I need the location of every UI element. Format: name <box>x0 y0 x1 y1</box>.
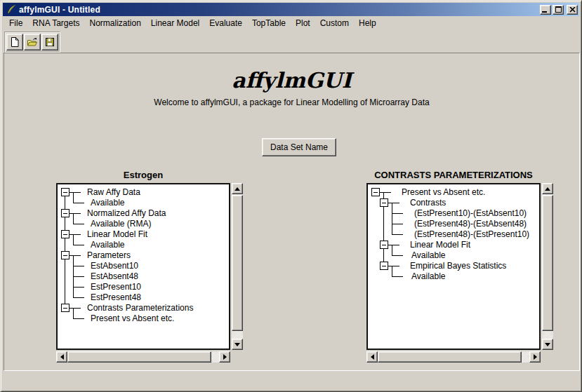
minimize-icon <box>542 11 547 13</box>
tree-toggle-icon[interactable] <box>372 189 380 196</box>
tree-node-label[interactable]: Available <box>411 250 446 260</box>
scroll-up-icon <box>545 187 550 191</box>
maximize-icon <box>555 6 562 13</box>
minimize-button[interactable] <box>540 5 551 15</box>
menu-item-toptable[interactable]: TopTable <box>247 17 291 29</box>
tree-node-label[interactable]: Raw Affy Data <box>87 187 140 197</box>
tree-node-label[interactable]: EstAbsent10 <box>91 261 138 271</box>
tree-node-label[interactable]: EstPresent48 <box>91 292 141 302</box>
horizontal-scroll-thumb[interactable] <box>67 351 211 363</box>
menu-item-help[interactable]: Help <box>354 17 381 29</box>
maximize-button[interactable] <box>553 5 564 15</box>
contrasts-panel: CONTRASTS PARAMETERIZATIONS <box>366 170 553 363</box>
window-controls <box>540 5 578 15</box>
window-title: affylmGUI - Untitled <box>19 5 100 15</box>
page-subtitle: Welcome to affylmGUI, a package for Line… <box>4 97 579 107</box>
toolbar <box>3 29 579 53</box>
scroll-down-icon <box>545 343 550 346</box>
tree-node-label[interactable]: EstPresent10 <box>91 282 141 292</box>
estrogen-horizontal-scrollbar[interactable] <box>56 351 230 363</box>
scroll-right-icon <box>223 354 227 360</box>
status-bar <box>4 371 580 389</box>
menu-item-normalization[interactable]: Normalization <box>85 17 146 29</box>
tree-node-label[interactable]: Empirical Bayes Statistics <box>410 261 506 271</box>
horizontal-scroll-thumb[interactable] <box>378 351 522 363</box>
scroll-right-icon <box>534 354 537 360</box>
save-button[interactable] <box>41 34 58 50</box>
tree-node-label[interactable]: EstAbsent48 <box>91 271 138 281</box>
scroll-left-button[interactable] <box>56 351 67 363</box>
app-window: affylmGUI - Untitled File RNA Targets No… <box>0 0 582 392</box>
tree-node-label[interactable]: Contrasts <box>410 198 446 208</box>
scroll-left-button[interactable] <box>366 351 378 363</box>
tree-node-label[interactable]: Present vs Absent etc. <box>402 187 485 197</box>
menu-item-rna-targets[interactable]: RNA Targets <box>27 17 84 29</box>
vertical-scroll-thumb[interactable] <box>232 195 243 331</box>
tree-toggle-icon[interactable] <box>62 304 70 312</box>
open-file-button[interactable] <box>24 34 41 50</box>
tree-toggle-icon[interactable] <box>381 199 388 207</box>
scroll-down-button[interactable] <box>232 339 243 350</box>
tree-toggle-icon[interactable] <box>62 210 70 217</box>
toolbar-group <box>4 32 60 53</box>
close-icon <box>569 7 576 13</box>
scroll-up-icon <box>234 187 240 191</box>
contrasts-horizontal-scrollbar[interactable] <box>366 351 541 363</box>
feather-app-icon[interactable] <box>6 4 17 15</box>
estrogen-tree[interactable]: Raw Affy Data Available Normalized Affy … <box>56 183 230 350</box>
menu-item-evaluate[interactable]: Evaluate <box>204 17 247 29</box>
menu-item-linear-model[interactable]: Linear Model <box>146 17 204 29</box>
tree-toggle-icon[interactable] <box>62 252 70 259</box>
tree-node-label[interactable]: Available (RMA) <box>91 219 151 229</box>
contrasts-vertical-scrollbar[interactable] <box>542 183 553 350</box>
tree-toggle-icon[interactable] <box>62 231 70 238</box>
tree-node-label[interactable]: (EstPresent10)-(EstAbsent10) <box>414 208 527 218</box>
tree-node-label[interactable]: Present vs Absent etc. <box>91 313 174 323</box>
contrasts-panel-header: CONTRASTS PARAMETERIZATIONS <box>366 170 541 182</box>
tree-toggle-icon[interactable] <box>381 262 388 270</box>
open-folder-icon <box>27 36 38 48</box>
tree-toggle-icon[interactable] <box>62 189 70 196</box>
title-bar[interactable]: affylmGUI - Untitled <box>3 3 579 16</box>
floppy-disk-icon <box>44 36 55 48</box>
estrogen-vertical-scrollbar[interactable] <box>232 183 243 350</box>
estrogen-panel: Estrogen <box>56 170 243 363</box>
scroll-up-button[interactable] <box>232 183 243 194</box>
tree-node-label[interactable]: Linear Model Fit <box>410 240 471 250</box>
tree-node-label[interactable]: Available <box>91 240 125 250</box>
menu-bar: File RNA Targets Normalization Linear Mo… <box>3 16 579 29</box>
tree-node-label[interactable]: Available <box>91 198 125 208</box>
tree-node-label[interactable]: Normalized Affy Data <box>87 208 166 218</box>
estrogen-panel-header: Estrogen <box>56 170 230 182</box>
contrasts-tree[interactable]: Present vs Absent etc. Contrasts (EstPre… <box>366 183 541 350</box>
vertical-scroll-thumb[interactable] <box>542 195 553 331</box>
scroll-right-button[interactable] <box>529 351 541 363</box>
new-document-icon <box>9 36 20 48</box>
scroll-down-button[interactable] <box>542 339 553 350</box>
menu-item-file[interactable]: File <box>4 17 27 29</box>
new-file-button[interactable] <box>6 34 23 50</box>
tree-toggle-icon[interactable] <box>381 241 388 249</box>
page-title: affylmGUI <box>4 68 579 93</box>
scroll-left-icon <box>371 354 374 360</box>
menu-item-custom[interactable]: Custom <box>315 17 354 29</box>
scroll-left-icon <box>60 354 64 360</box>
tree-node-label[interactable]: (EstPresent48)-(EstPresent10) <box>414 229 529 239</box>
tree-node-label[interactable]: Available <box>411 271 446 281</box>
tree-node-label[interactable]: Contrasts Parameterizations <box>87 303 193 313</box>
close-button[interactable] <box>567 5 578 15</box>
tree-node-label[interactable]: Linear Model Fit <box>87 229 148 239</box>
data-set-name-button[interactable]: Data Set Name <box>262 138 336 156</box>
menu-item-plot[interactable]: Plot <box>291 17 315 29</box>
main-content: affylmGUI Welcome to affylmGUI, a packag… <box>4 53 580 371</box>
scroll-up-button[interactable] <box>542 183 553 194</box>
tree-node-label[interactable]: Parameters <box>87 250 131 260</box>
tree-node-label[interactable]: (EstPresent48)-(EstAbsent48) <box>414 219 527 229</box>
scroll-down-icon <box>234 343 240 346</box>
scroll-right-button[interactable] <box>219 351 230 363</box>
